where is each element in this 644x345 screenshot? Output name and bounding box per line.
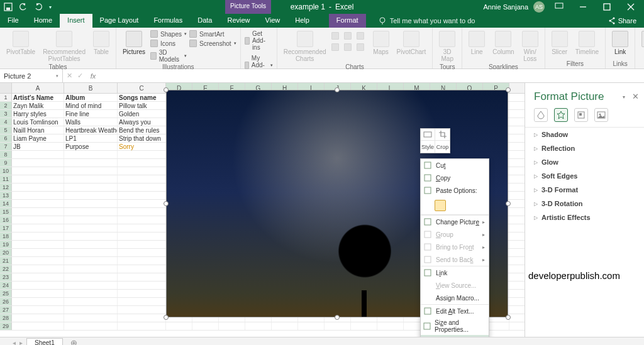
redo-icon[interactable]	[34, 3, 43, 11]
pivottable-button[interactable]: PivotTable	[4, 30, 38, 57]
cell[interactable]	[12, 273, 64, 281]
cell[interactable]	[64, 241, 118, 248]
sparkline-winloss-button[interactable]: Win/ Loss	[519, 30, 541, 63]
cell[interactable]: Pillow talk	[118, 102, 166, 109]
recommended-charts-button[interactable]: Recommended Charts	[281, 30, 329, 63]
cell[interactable]	[64, 314, 118, 322]
minimize-icon[interactable]	[574, 0, 592, 14]
cell[interactable]	[118, 224, 166, 232]
context-menu-item[interactable]: Copy	[421, 172, 489, 184]
new-sheet-icon[interactable]: ⊕	[67, 338, 81, 345]
sparkline-column-button[interactable]: Column	[490, 30, 516, 57]
resize-handle-br[interactable]	[506, 315, 511, 320]
cell[interactable]: Bend the rules	[118, 126, 166, 134]
3d-models-button[interactable]: 3D Models▾	[150, 48, 187, 63]
row-header[interactable]: 5	[0, 126, 12, 134]
pane-tab-picture-icon[interactable]	[594, 108, 608, 122]
tab-insert[interactable]: Insert	[60, 14, 92, 28]
cell[interactable]	[12, 175, 64, 183]
row-header[interactable]: 24	[0, 282, 12, 289]
cell[interactable]	[64, 216, 118, 224]
row-header[interactable]: 13	[0, 192, 12, 199]
area-chart-icon[interactable]	[344, 43, 352, 51]
close-icon[interactable]	[621, 0, 640, 14]
cell[interactable]	[12, 216, 64, 224]
cell[interactable]	[192, 322, 219, 330]
cell[interactable]	[12, 224, 64, 232]
pane-section[interactable]: ▷Soft Edges	[525, 169, 644, 183]
cell[interactable]	[118, 159, 166, 167]
column-header-A[interactable]: A	[12, 83, 64, 93]
resize-handle-t[interactable]	[335, 87, 340, 92]
icons-button[interactable]: Icons	[150, 39, 187, 48]
shapes-button[interactable]: Shapes▾	[150, 30, 187, 38]
resize-handle-bl[interactable]	[164, 315, 169, 320]
cell[interactable]	[12, 306, 64, 314]
cell[interactable]	[12, 257, 64, 265]
mini-crop-icon[interactable]	[435, 129, 450, 141]
row-header[interactable]: 18	[0, 233, 12, 240]
cell[interactable]	[298, 322, 325, 330]
3d-map-button[interactable]: 3D Map	[436, 30, 458, 63]
row-header[interactable]: 8	[0, 151, 12, 158]
tab-view[interactable]: View	[258, 14, 288, 28]
cell[interactable]	[118, 175, 166, 183]
cell[interactable]	[12, 159, 64, 167]
pane-section[interactable]: ▷3-D Rotation	[525, 197, 644, 211]
cell[interactable]: Zayn Malik	[12, 102, 64, 109]
cell[interactable]	[64, 192, 118, 199]
cell[interactable]	[64, 200, 118, 207]
cell[interactable]	[12, 282, 64, 289]
cell[interactable]	[219, 322, 245, 330]
cell[interactable]: Strip that down	[118, 134, 166, 142]
cell[interactable]	[118, 306, 166, 314]
cell[interactable]	[64, 322, 118, 330]
cell[interactable]	[12, 322, 64, 330]
cancel-entry-icon[interactable]: ✕	[67, 72, 72, 80]
cell[interactable]	[12, 298, 64, 305]
cell[interactable]	[166, 322, 192, 330]
cell[interactable]: LP1	[64, 134, 118, 142]
row-header[interactable]: 14	[0, 200, 12, 207]
cell[interactable]	[12, 265, 64, 273]
cell[interactable]	[12, 249, 64, 256]
cell[interactable]	[118, 273, 166, 281]
fx-button[interactable]: fx	[87, 69, 99, 82]
chevron-down-icon[interactable]: ▾	[56, 74, 58, 79]
resize-handle-tr[interactable]	[506, 87, 511, 92]
cell[interactable]	[377, 322, 404, 330]
paste-option-icon[interactable]	[435, 200, 446, 211]
cell[interactable]	[118, 233, 166, 240]
cell[interactable]	[118, 241, 166, 248]
row-header[interactable]: 20	[0, 249, 12, 256]
cell[interactable]	[272, 322, 298, 330]
resize-handle-b[interactable]	[335, 315, 340, 320]
column-header-B[interactable]: B	[64, 83, 118, 93]
formula-input[interactable]	[99, 69, 644, 82]
resize-handle-r[interactable]	[506, 201, 511, 206]
context-menu-item[interactable]: Edit Alt Text...	[421, 305, 489, 317]
cell[interactable]	[118, 192, 166, 199]
row-header[interactable]: 21	[0, 257, 12, 265]
cell[interactable]	[245, 322, 272, 330]
pane-tab-size-icon[interactable]	[574, 108, 588, 122]
qat-customize-icon[interactable]: ▾	[49, 4, 52, 10]
screenshot-button[interactable]: Screenshot▾	[189, 39, 236, 48]
row-header[interactable]: 3	[0, 110, 12, 118]
cell[interactable]	[118, 216, 166, 224]
pie-chart-icon[interactable]	[357, 32, 364, 40]
cell[interactable]: JB	[12, 143, 64, 150]
cell[interactable]	[118, 314, 166, 322]
resize-handle-tl[interactable]	[164, 87, 169, 92]
sheet-tab-active[interactable]: Sheet1	[26, 338, 63, 346]
pivotchart-button[interactable]: PivotChart	[394, 30, 429, 57]
row-header[interactable]: 2	[0, 102, 12, 109]
cell[interactable]	[64, 233, 118, 240]
cell[interactable]: Liam Payne	[12, 134, 64, 142]
cell[interactable]: Harry styles	[12, 110, 64, 118]
tab-review[interactable]: Review	[219, 14, 257, 28]
tab-file[interactable]: File	[0, 14, 26, 28]
scatter-chart-icon[interactable]	[357, 43, 364, 51]
cell[interactable]	[118, 322, 166, 330]
mini-style-icon[interactable]	[421, 129, 435, 141]
